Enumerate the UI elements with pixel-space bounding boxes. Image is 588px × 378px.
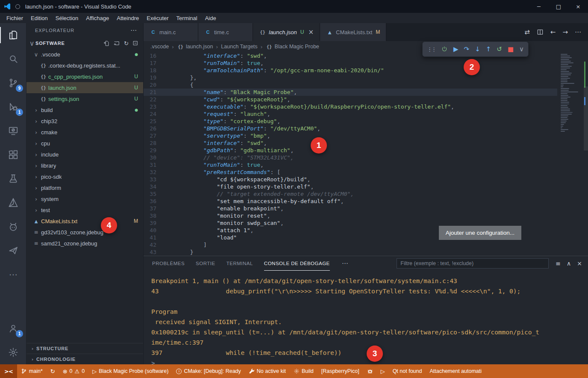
tree-item-test[interactable]: ›test	[26, 204, 143, 216]
activity-platformio[interactable]	[0, 215, 26, 239]
breadcrumb-black-magic-probe[interactable]: {}Black Magic Probe	[266, 44, 319, 50]
line-number[interactable]: 37	[144, 205, 163, 212]
tree-item-cmakelists-txt[interactable]: ▲CMakeLists.txtM	[26, 216, 143, 227]
tab-time-c[interactable]: Ctime.c	[198, 23, 253, 41]
line-number[interactable]: 34	[144, 183, 163, 190]
line-number[interactable]: 33	[144, 176, 163, 183]
more-icon[interactable]: ⋯	[575, 28, 581, 36]
breadcrumb-launch-targets[interactable]: Launch Targets	[221, 44, 257, 50]
activity-testing[interactable]	[0, 167, 26, 191]
tree-item-gd32vf103-ozone-jdebug[interactable]: ≡gd32vf103_ozone.jdebug	[26, 227, 143, 238]
tree-item-vscode[interactable]: ∨.vscode●	[26, 49, 143, 60]
step-out-button[interactable]: ↑	[486, 45, 491, 53]
add-configuration-button[interactable]: Ajouter une configuration...	[439, 226, 521, 240]
status-raspberrypico[interactable]: [RaspberryPico]	[318, 364, 363, 378]
menu-affichage[interactable]: Affichage	[82, 15, 113, 21]
line-number[interactable]: 21	[144, 89, 163, 96]
tab-cmakelists-txt[interactable]: ▲CMakeLists.txtM	[320, 23, 386, 41]
activity-settings[interactable]	[0, 340, 26, 364]
status-no-active-kit[interactable]: No active kit	[245, 364, 290, 378]
menu-aide[interactable]: Aide	[201, 15, 220, 21]
new-folder-icon[interactable]	[114, 40, 120, 47]
split-editor-icon[interactable]	[537, 29, 544, 35]
line-number[interactable]: 31	[144, 161, 163, 168]
minimap[interactable]	[559, 53, 582, 256]
status-bug[interactable]	[363, 364, 377, 378]
collapse-all-icon[interactable]	[132, 40, 139, 47]
panel-tab-console-de-d-bogage[interactable]: CONSOLE DE DÉBOGAGE	[264, 256, 330, 271]
line-number[interactable]: 16	[144, 52, 163, 59]
panel-tab-sortie[interactable]: SORTIE	[196, 256, 215, 271]
status-black-magic-probe-software[interactable]: ▷Black Magic Probe (software)	[88, 364, 172, 378]
stop-button[interactable]: ■	[508, 45, 514, 53]
debug-console[interactable]: Breakpoint 1, main () at /mnt/data/git/o…	[144, 271, 588, 364]
console-prompt[interactable]: >	[151, 358, 585, 364]
panel-tab-terminal[interactable]: TERMINAL	[226, 256, 253, 271]
line-number[interactable]: 24	[144, 110, 163, 118]
status-main[interactable]: main*	[17, 364, 47, 378]
section-structure[interactable]: ›STRUCTURE	[26, 343, 143, 354]
tree-item-samd21-ozone-jdebug[interactable]: ≡samd21_ozone.jdebug	[26, 238, 143, 249]
line-number[interactable]: 18	[144, 67, 163, 74]
maximize-button[interactable]: □	[549, 0, 568, 13]
line-number[interactable]: 26	[144, 125, 163, 132]
new-file-icon[interactable]	[103, 40, 110, 47]
stop-dropdown-button[interactable]: ∨	[519, 45, 524, 53]
tree-item-build[interactable]: ›build●	[26, 104, 143, 115]
status-attachement-automati[interactable]: Attachement automati	[426, 364, 485, 378]
line-number[interactable]: 17	[144, 59, 163, 67]
activity-more[interactable]: ⋯	[0, 263, 26, 286]
tree-item-cpu[interactable]: ›cpu	[26, 138, 143, 149]
tab-launch-json[interactable]: {}launch.jsonU×	[253, 23, 320, 41]
line-number[interactable]: 20	[144, 81, 163, 89]
status-sync[interactable]: ↻	[47, 364, 59, 378]
forward-icon[interactable]: →	[562, 28, 568, 36]
menu-terminal[interactable]: Terminal	[173, 15, 201, 21]
chevron-up-icon[interactable]: ∧	[567, 260, 571, 267]
line-number[interactable]: 42	[144, 241, 163, 248]
line-number[interactable]: 22	[144, 96, 163, 103]
status-cmake-debug-ready[interactable]: iCMake: [Debug]: Ready	[172, 364, 244, 378]
activity-live-share[interactable]	[0, 239, 26, 263]
filter-input[interactable]	[397, 258, 549, 269]
workspace-section[interactable]: ∨ SOFTWARE ↻	[26, 38, 143, 49]
line-number[interactable]: 40	[144, 227, 163, 234]
activity-extensions[interactable]	[0, 143, 26, 167]
activity-source-control[interactable]: 9	[0, 71, 26, 95]
line-number[interactable]: 19	[144, 74, 163, 81]
activity-remote-explorer[interactable]	[0, 119, 26, 143]
line-number[interactable]: 32	[144, 168, 163, 176]
tree-item-include[interactable]: ›include	[26, 149, 143, 160]
code-editor[interactable]: 16 "interface": "swd",17 "runToMain": tr…	[144, 52, 588, 256]
tree-item-system[interactable]: ›system	[26, 193, 143, 204]
menu-s-lection[interactable]: Sélection	[52, 15, 82, 21]
status-play[interactable]: ▷	[377, 364, 389, 378]
back-icon[interactable]: ←	[550, 28, 556, 36]
menu-ex-cuter[interactable]: Exécuter	[143, 15, 172, 21]
line-number[interactable]: 29	[144, 147, 163, 154]
line-number[interactable]: 28	[144, 139, 163, 147]
minimize-button[interactable]: ─	[529, 0, 549, 13]
restart-button[interactable]: ↺	[497, 45, 502, 53]
line-number[interactable]: 23	[144, 103, 163, 110]
line-number[interactable]: 30	[144, 154, 163, 161]
menu-fichier[interactable]: Fichier	[3, 15, 27, 21]
drag-grip-button[interactable]: ⋮⋮	[427, 46, 435, 53]
activity-run-debug[interactable]: 1	[0, 95, 26, 119]
power-button[interactable]	[441, 46, 448, 53]
tree-item-settings-json[interactable]: {}settings.jsonU	[26, 93, 143, 104]
tree-item-launch-json[interactable]: {}launch.jsonU	[26, 82, 143, 93]
more-actions-icon[interactable]: ⋯	[342, 260, 348, 267]
more-actions-icon[interactable]: ⋯	[130, 27, 137, 34]
line-number[interactable]: 25	[144, 118, 163, 125]
remote-indicator[interactable]: ><	[0, 364, 17, 378]
close-icon[interactable]: ×	[308, 28, 314, 36]
refresh-icon[interactable]: ↻	[124, 40, 129, 47]
line-number[interactable]: 43	[144, 248, 163, 256]
activity-explorer[interactable]	[0, 23, 26, 47]
menu-atteindre[interactable]: Atteindre	[113, 15, 143, 21]
activity-cmake[interactable]	[0, 191, 26, 215]
menu-edition[interactable]: Edition	[27, 15, 52, 21]
close-icon[interactable]: ×	[577, 260, 582, 267]
tree-item-library[interactable]: ›library	[26, 160, 143, 171]
